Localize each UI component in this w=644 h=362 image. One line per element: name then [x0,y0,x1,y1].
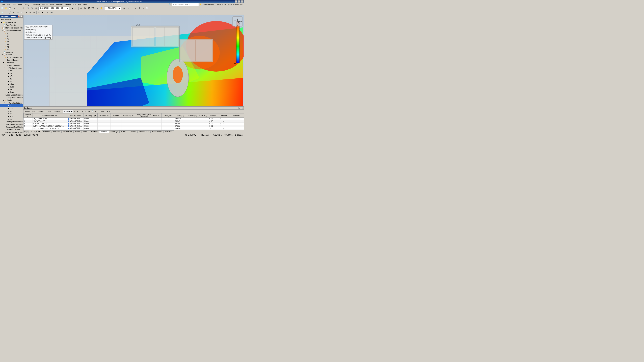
status-grid[interactable]: GRID [8,134,14,136]
structure-combo[interactable]: Structure [63,110,73,113]
tree-item[interactable]: ●θs [0,80,23,83]
tab-member-sets[interactable]: Member Sets [137,130,150,133]
menu-cad-bim[interactable]: CAD-BIM [72,3,82,6]
next-case-btn[interactable]: ► [74,6,78,10]
tree-item[interactable]: 📋Final Results [0,24,23,26]
tab-nodes[interactable]: Nodes [74,130,82,133]
tab-line-sets[interactable]: Line Sets [127,130,137,133]
section-cut-btn[interactable]: ✂ [37,11,41,14]
load-case-combo[interactable]: S: CO2 LC1 + LC2 + LC3 + LC4 [39,6,69,10]
tree-item[interactable]: ●σ1- [0,72,23,75]
tree-item[interactable]: ▼📋Global Deformations [0,29,23,32]
zoom-out-btn[interactable]: 🔍 [30,6,34,10]
nav-pin-btn[interactable]: 📌 [18,15,20,17]
tree-item[interactable]: ▼🔸Strains [0,99,23,102]
tree-item[interactable]: ●εx- [0,110,23,112]
rotate-btn[interactable]: ↻ [96,6,99,10]
table-row[interactable]: 319-26,36-45,27Without Thick...Plane50.0… [24,120,244,122]
tree-item[interactable]: 🔸Local Deformations [0,56,23,59]
menu-assign[interactable]: Assign [24,3,31,6]
results-prev-btn[interactable]: ◄ [74,110,76,113]
selection-btn[interactable]: Selection [37,110,46,113]
close-btn[interactable]: ✕ [241,0,244,3]
tab-first-btn[interactable]: ◀◀ [24,131,26,133]
nav-close-btn[interactable]: ✕ [20,15,23,17]
tree-item[interactable]: ●σ1,m [0,83,23,85]
animation-btn[interactable]: ▶ [41,11,44,14]
table-row[interactable]: 51,2,4,271,70-65,28,13,66,69-62,2662,5..… [24,125,244,127]
tree-item[interactable]: ○Principal Total Strains [0,120,23,123]
view-combo[interactable]: 1 - Global XYZ [104,6,121,10]
new-btn[interactable]: 📄 [0,6,4,10]
col-surface-no[interactable]: SurfaceNo. [24,113,33,118]
tree-item[interactable]: 🔸φy [0,45,23,48]
tab-surface-sets[interactable]: Surface Sets [150,130,163,133]
tree-item[interactable]: 📋Differences to initial state [0,26,23,29]
col-geometry[interactable]: Geometry Type [84,113,98,118]
results-close-btn[interactable]: ✕ [241,107,244,109]
tree-item[interactable]: 📋Members [0,51,23,53]
status-osnap[interactable]: OSNAP [32,134,39,136]
export-table-btn[interactable]: ⇒ [88,110,90,113]
results-maximize-btn[interactable]: □ [238,107,241,109]
results-toggle-btn[interactable]: 📊 [0,11,4,14]
menu-window[interactable]: Window [64,3,72,6]
basic-objects-btn[interactable]: Basic Objects [99,110,112,113]
tree-item[interactable]: ○Equivalent Stresses [0,96,23,99]
open-btn[interactable]: 📂 [4,6,8,10]
col-boundary[interactable]: Boundary Lines No. [32,113,67,118]
screenshot-btn[interactable]: 📷 [50,11,53,14]
results-next-btn[interactable]: ► [77,110,79,113]
contour-btn[interactable]: ◈ [28,11,32,14]
member-btn[interactable]: ║ [138,6,142,10]
tree-item[interactable]: ▼○Principal Stresses [0,67,23,69]
tree-item[interactable]: ●εx+ [0,104,23,107]
tree-item[interactable]: ○Equivalent Total Strains [0,126,23,128]
menu-edit[interactable]: Edit [6,3,11,6]
menu-view[interactable]: View [11,3,17,6]
tree-item[interactable]: ●γxy- [0,118,23,120]
tree-item[interactable]: 🔸uy [0,37,23,40]
tree-item[interactable]: 🔸Internal Forces [0,59,23,61]
tree-item[interactable]: ▼🔸Stresses [0,61,23,64]
prev-case-btn[interactable]: ◄ [70,6,74,10]
table-row[interactable]: 44-9,268,37-58,270Without Thick...Plane6… [24,122,244,125]
zoom-all-btn[interactable]: ⊡ [34,6,38,10]
tree-item[interactable]: ○Elastic Stress Components [0,93,23,96]
view-xz-btn[interactable]: XZ [87,6,90,10]
show-members-btn[interactable]: ─ [12,11,16,14]
tab-openings[interactable]: Openings [109,130,119,133]
menu-tools[interactable]: Tools [49,3,55,6]
status-bgrid[interactable]: BGRID [15,134,22,136]
filter-btn[interactable]: ⊞ [81,110,84,113]
view3d-btn[interactable]: ⬡ [79,6,83,10]
columns-btn[interactable]: ≡ [84,110,87,113]
tree-item[interactable]: 🔸Isotropic Characteristics [0,131,23,133]
display-btn[interactable]: ◉ [122,6,126,10]
tree-item[interactable]: ●σ2,m [0,85,23,88]
show-lines-btn[interactable]: ╱ [8,11,12,14]
maximize-btn[interactable]: □ [238,0,240,3]
copy-btn[interactable]: 📋 [91,110,94,113]
solid-btn[interactable]: ⬜ [146,6,149,10]
status-glines[interactable]: GLINES [23,134,31,136]
tab-members[interactable]: Members [42,130,52,133]
tree-item[interactable]: ●θm [0,88,23,91]
tree-item[interactable]: ●εyy+ [0,107,23,110]
col-lines[interactable]: Lines No. [152,113,162,118]
col-openings[interactable]: Openings No. [162,113,174,118]
menu-calculate[interactable]: Calculate [31,3,41,6]
menu-results[interactable]: Results [41,3,49,6]
col-comment[interactable]: Comment [230,113,244,118]
tree-item[interactable]: ●σ1+ [0,69,23,72]
table-row[interactable]: 116,17,28,65-47,18Without Thick...Plane1… [24,118,244,120]
col-area[interactable]: Area [m²] [174,113,187,118]
menu-options[interactable]: Options [55,3,64,6]
tree-item[interactable]: ●Tmax [0,91,23,93]
minimize-btn[interactable]: ─ [235,0,238,3]
select-btn[interactable]: ↖ [126,6,130,10]
col-eccentricity[interactable]: Eccentricity No. [122,113,136,118]
pan-btn[interactable]: ✋ [100,6,103,10]
tab-solid-sets[interactable]: Solid Sets [163,130,174,133]
tree-item[interactable]: ▼📁Type of results [0,21,23,24]
